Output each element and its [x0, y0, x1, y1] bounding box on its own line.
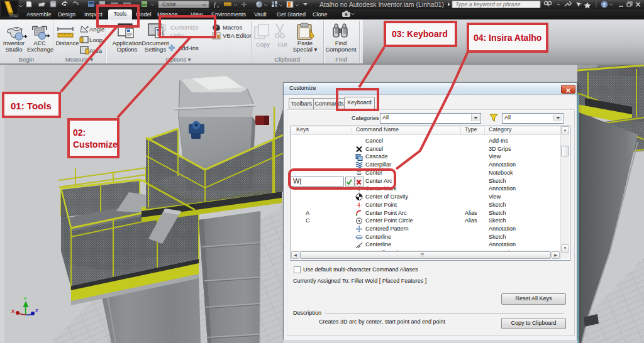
svg-text:?: ? [603, 2, 606, 8]
svg-text:Type a keyword or phrase: Type a keyword or phrase [455, 1, 520, 8]
svg-text:Color: Color [162, 1, 176, 8]
svg-text:f: f [214, 1, 216, 8]
svg-text:x: x [216, 4, 219, 9]
svg-text:Z: Z [35, 308, 38, 313]
svg-text:PRO: PRO [9, 14, 18, 18]
svg-text:X: X [11, 308, 15, 314]
svg-text:Atalho no Autodesk Inventor.ia: Atalho no Autodesk Inventor.iam (Linha01… [319, 1, 444, 8]
svg-text:Y: Y [23, 296, 27, 302]
